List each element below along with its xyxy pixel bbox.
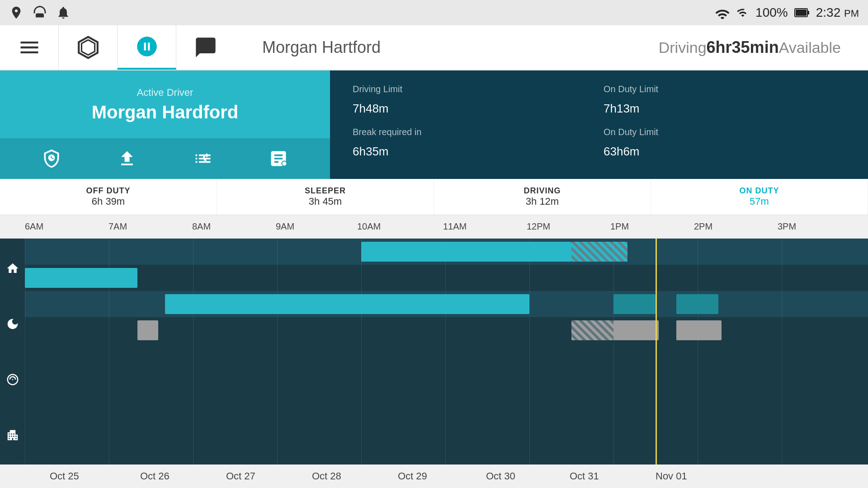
on-duty-bar-1 <box>137 320 158 340</box>
date-oct30: Oct 30 <box>486 470 515 482</box>
sleeper-bar-1 <box>25 268 137 288</box>
sleeper-status: SLEEPER 3h 45m <box>217 179 434 215</box>
on-duty-limit-label: On Duty Limit <box>604 84 845 94</box>
timeline-dates: Oct 25 Oct 26 Oct 27 Oct 28 Oct 29 Oct 3… <box>0 465 868 488</box>
break-required-label: Break required in <box>353 127 594 137</box>
time-3pm: 3PM <box>778 221 796 232</box>
off-duty-time: 6h 39m <box>92 196 125 207</box>
hamburger-menu-button[interactable] <box>0 25 59 70</box>
hex-icon <box>76 36 100 59</box>
driving-status: Driving 6hr 35min Available <box>659 25 868 70</box>
off-duty-bar-1 <box>361 242 571 262</box>
on-duty-limit-item: On Duty Limit 7h13m <box>604 84 845 122</box>
status-bar-right: 100% 2:32 PM <box>715 5 859 20</box>
on-duty-status-time: 57m <box>750 196 769 207</box>
status-row: OFF DUTY 6h 39m SLEEPER 3h 45m DRIVING 3… <box>0 179 868 215</box>
battery-percentage: 100% <box>755 5 788 20</box>
on-duty-limit-value: 7h13m <box>604 97 845 117</box>
grid-line-4 <box>361 239 362 465</box>
time-8am: 8AM <box>192 221 211 232</box>
grid-line-7 <box>613 239 614 465</box>
grid-line-9 <box>782 239 782 465</box>
timeline-bars-area[interactable] <box>25 239 868 465</box>
grid-line-3 <box>277 239 278 465</box>
time-2pm: 2PM <box>694 221 712 232</box>
cards-row: Active Driver Morgan Hardford <box>0 70 868 179</box>
list-refresh-button[interactable] <box>189 145 217 172</box>
wifi-icon <box>715 6 730 19</box>
battery-icon <box>794 7 810 18</box>
hex-logo-button[interactable] <box>59 25 118 70</box>
on-duty-bar-2 <box>613 320 659 340</box>
notification-icon <box>56 5 71 20</box>
status-bar: 100% 2:32 PM <box>0 0 868 25</box>
status-bar-left <box>9 5 71 21</box>
hamburger-icon <box>18 36 41 59</box>
date-oct27: Oct 27 <box>226 470 255 482</box>
driver-name: Morgan Hardford <box>92 102 238 122</box>
sleeper-time: 3h 45m <box>309 196 342 207</box>
timeline-rows <box>0 239 868 465</box>
date-oct26: Oct 26 <box>140 470 170 482</box>
grid-line-2 <box>193 239 193 465</box>
driving-status-item: DRIVING 3h 12m <box>434 179 651 215</box>
on-duty-bar-hatched <box>571 320 613 340</box>
on-duty-status-label: ON DUTY <box>740 186 779 196</box>
on-duty-icon-row <box>5 427 21 443</box>
driving-label: DRIVING <box>524 186 561 196</box>
time-7am: 7AM <box>108 221 127 232</box>
dashboard-tab-button[interactable] <box>118 25 176 70</box>
shield-refresh-button[interactable] <box>38 145 65 172</box>
grid-line-8 <box>698 239 698 465</box>
sleeper-label: SLEEPER <box>305 186 346 196</box>
house-icon-row <box>5 260 21 277</box>
driving-limit-item: Driving Limit 7h48m <box>353 84 594 122</box>
current-time-line <box>656 239 657 465</box>
svg-rect-2 <box>807 11 809 14</box>
off-duty-label: OFF DUTY <box>86 186 131 196</box>
status-time: 2:32 PM <box>816 5 859 20</box>
row-icons <box>0 239 25 465</box>
driving-limit-label: Driving Limit <box>353 84 594 94</box>
on-duty-limit2-value: 63h6m <box>604 140 845 160</box>
on-duty-bar-3 <box>676 320 722 340</box>
upload-icon <box>117 149 137 169</box>
time-11am: 11AM <box>443 221 467 232</box>
time-9am: 9AM <box>276 221 294 232</box>
off-duty-bar-hatched <box>571 242 627 262</box>
driving-limit-value: 7h48m <box>353 97 594 117</box>
date-nov01: Nov 01 <box>656 470 687 482</box>
svg-marker-4 <box>81 40 94 55</box>
active-driver-label: Active Driver <box>137 87 193 99</box>
shield-refresh-icon <box>42 149 61 169</box>
signal-icon <box>736 6 749 19</box>
list-refresh-icon <box>193 149 213 169</box>
timeline-section: 6AM 7AM 8AM 9AM 10AM 11AM 12PM 1PM 2PM 3… <box>0 215 868 488</box>
on-duty-limit2-item: On Duty Limit 63h6m <box>604 127 845 165</box>
time-12pm: 12PM <box>527 221 550 232</box>
driver-actions <box>0 138 330 179</box>
date-oct29: Oct 29 <box>398 470 427 482</box>
limits-card: Driving Limit 7h48m On Duty Limit 7h13m … <box>330 70 868 179</box>
on-duty-bar-teal <box>613 294 656 314</box>
driver-name-title: Morgan Hartford <box>235 25 659 70</box>
nav-bar: Morgan Hartford Driving 6hr 35min Availa… <box>0 25 868 70</box>
main-content: Active Driver Morgan Hardford <box>0 70 868 488</box>
break-required-item: Break required in 6h35m <box>353 127 594 165</box>
chat-icon <box>194 36 217 59</box>
swirl-icon <box>135 35 159 58</box>
time-6am: 6AM <box>25 221 43 232</box>
document-button[interactable] <box>265 145 292 172</box>
off-duty-status: OFF DUTY 6h 39m <box>0 179 217 215</box>
date-oct28: Oct 28 <box>312 470 341 482</box>
upload-button[interactable] <box>113 145 141 172</box>
on-duty-limit2-label: On Duty Limit <box>604 127 845 137</box>
location-icon <box>9 5 24 20</box>
document-icon <box>269 149 288 169</box>
driving-icon-row <box>5 371 21 388</box>
chat-button[interactable] <box>176 25 235 70</box>
on-duty-status-item: ON DUTY 57m <box>651 179 868 215</box>
time-10am: 10AM <box>357 221 381 232</box>
driving-time: 3h 12m <box>526 196 559 207</box>
svg-rect-1 <box>796 9 807 16</box>
